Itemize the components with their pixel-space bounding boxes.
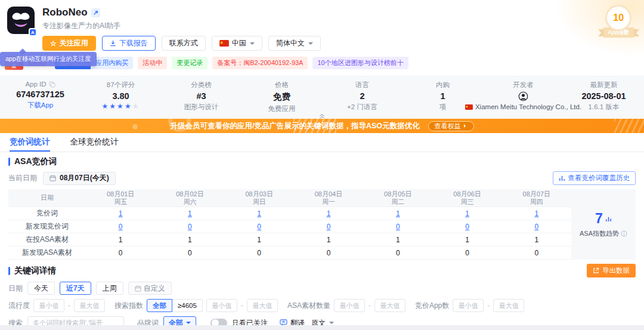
banner-stripes-decoration bbox=[614, 119, 644, 133]
asa-date-header: 08月07日周四 bbox=[502, 189, 571, 207]
developer-label: 开发者 bbox=[513, 81, 534, 90]
asa-asset-max-input[interactable] bbox=[374, 299, 405, 312]
region-select[interactable]: 中国 bbox=[212, 36, 262, 51]
china-flag-icon bbox=[219, 40, 229, 47]
asa-row-label: 新发现ASA素材 bbox=[8, 246, 86, 260]
activity-tag[interactable]: 活动中 bbox=[138, 57, 167, 69]
bid-word-count-link[interactable]: 1 bbox=[119, 209, 123, 218]
new-bid-word-link[interactable]: 0 bbox=[535, 223, 539, 231]
date-option-last7[interactable]: 近7天 bbox=[60, 282, 91, 295]
china-flag-icon bbox=[465, 104, 473, 110]
update-label: 最新更新 bbox=[590, 81, 618, 90]
new-bid-word-link[interactable]: 0 bbox=[465, 223, 469, 231]
calendar-icon bbox=[135, 285, 141, 292]
trend-chart-icon[interactable] bbox=[605, 215, 612, 222]
info-icon[interactable] bbox=[621, 230, 627, 237]
asa-material-count: 1 bbox=[432, 233, 501, 246]
date-option-today[interactable]: 今天 bbox=[27, 282, 55, 295]
asa-row-label: 在投ASA素材 bbox=[8, 233, 86, 246]
industry-heat-tooltip: app在移动互联网行业的关注度 bbox=[0, 52, 97, 66]
new-bid-word-link[interactable]: 0 bbox=[188, 223, 192, 231]
star-icon: ☆ bbox=[50, 39, 57, 48]
download-app-link[interactable]: 下载App bbox=[27, 101, 53, 110]
view-benefits-label: 查看权益 bbox=[435, 122, 461, 131]
stat-last-update: 最新更新 2025-08-01 1.6.1 版本 bbox=[564, 81, 644, 113]
app-id-value: 6746737125 bbox=[16, 90, 64, 99]
view-benefits-button[interactable]: 查看权益 bbox=[428, 121, 474, 131]
bid-word-count-link[interactable]: 1 bbox=[465, 209, 469, 218]
bid-app-max-input[interactable] bbox=[493, 299, 524, 312]
popularity-filter-label: 流行度 bbox=[8, 301, 30, 311]
date-option-custom-label: 自定义 bbox=[144, 283, 165, 294]
search-index-ge4605-option[interactable]: ≥4605 bbox=[172, 299, 203, 312]
changelog-tag[interactable]: 变更记录 bbox=[172, 57, 208, 69]
category-label: 分类榜 bbox=[191, 81, 212, 90]
search-index-all-option[interactable]: 全部 bbox=[147, 299, 172, 312]
app-header: A RoboNeo 专注影像生产力的AI助手 ☆ 关注应用 下载报告 bbox=[0, 0, 644, 51]
collapse-chevron-up-icon[interactable] bbox=[318, 113, 326, 119]
chart-rank-tag[interactable]: 10个地区进图形与设计榜前十 bbox=[312, 57, 408, 69]
contact-button[interactable]: 联系方式 bbox=[162, 36, 206, 51]
language-select[interactable]: 简体中文 bbox=[268, 36, 321, 51]
asa-table-wrap: 日期 08月01日周五 08月02日周六 08月03日周日 08月04日周一 0… bbox=[8, 189, 636, 260]
bid-word-count-link[interactable]: 1 bbox=[327, 209, 331, 218]
app-index-value: 10 bbox=[605, 5, 631, 31]
bid-word-count-link[interactable]: 1 bbox=[535, 209, 539, 218]
section-accent bbox=[8, 267, 10, 275]
date-filter-label: 日期 bbox=[8, 283, 23, 294]
tab-global-bid-stats[interactable]: 全球竞价统计 bbox=[70, 133, 119, 152]
popularity-min-input[interactable] bbox=[33, 299, 64, 312]
asa-section: ASA竞价词 当前日期 08月07日(今天) 查看竞价词覆盖历史 日期 08月0… bbox=[0, 152, 644, 260]
new-bid-word-link[interactable]: 0 bbox=[257, 223, 261, 231]
range-dash: - bbox=[68, 301, 70, 310]
stat-developer: 开发者 Xiamen Meitu Technology Co., Ltd. bbox=[483, 81, 564, 113]
current-date-picker[interactable]: 08月07日(今天) bbox=[43, 172, 116, 185]
price-label: 价格 bbox=[275, 81, 289, 90]
app-store-badge-icon: A bbox=[29, 28, 37, 36]
download-report-button[interactable]: 下载报告 bbox=[102, 36, 156, 51]
new-bid-word-link[interactable]: 0 bbox=[327, 223, 331, 231]
bid-word-count-link[interactable]: 1 bbox=[188, 209, 192, 218]
bid-word-count-link[interactable]: 1 bbox=[396, 209, 400, 218]
iap-label: 内购 bbox=[436, 81, 450, 90]
asa-corner-header: 日期 bbox=[8, 189, 86, 207]
developer-avatar-icon[interactable] bbox=[518, 91, 528, 101]
category-rank-value: #3 bbox=[196, 91, 206, 101]
bid-word-count-link[interactable]: 1 bbox=[257, 209, 261, 218]
new-bid-word-link[interactable]: 0 bbox=[119, 223, 123, 231]
date-option-custom[interactable]: 自定义 bbox=[128, 282, 172, 295]
export-icon bbox=[593, 267, 599, 274]
keywords-section-title: 关键词详情 bbox=[14, 266, 56, 276]
external-link-icon[interactable] bbox=[91, 8, 100, 17]
popularity-max-input[interactable] bbox=[74, 299, 105, 312]
new-asa-material-count: 0 bbox=[502, 246, 571, 260]
update-version: 1.6.1 版本 bbox=[589, 103, 620, 112]
new-bid-word-link[interactable]: 0 bbox=[396, 223, 400, 231]
tabs-bar: 竞价词统计 全球竞价统计 bbox=[0, 133, 644, 152]
follow-app-button[interactable]: ☆ 关注应用 bbox=[42, 36, 96, 51]
copy-icon[interactable] bbox=[49, 81, 55, 88]
new-asa-material-count: 0 bbox=[225, 246, 294, 260]
bid-word-history-button[interactable]: 查看竞价词覆盖历史 bbox=[553, 171, 636, 185]
range-dash: - bbox=[241, 301, 243, 310]
app-detail-page: A RoboNeo 专注影像生产力的AI助手 ☆ 关注应用 下载报告 bbox=[0, 0, 644, 330]
range-dash: - bbox=[369, 301, 371, 310]
bid-word-history-label: 查看竞价词覆盖历史 bbox=[568, 174, 630, 183]
date-option-lastweek[interactable]: 上周 bbox=[96, 282, 123, 295]
date-filter-row: 日期 今天 近7天 上周 自定义 bbox=[8, 282, 636, 295]
contact-label: 联系方式 bbox=[169, 38, 198, 48]
download-report-label: 下载报告 bbox=[119, 38, 148, 48]
search-index-min-input[interactable] bbox=[206, 299, 237, 312]
calendar-icon bbox=[49, 175, 56, 181]
asa-date-header: 08月06日周三 bbox=[432, 189, 501, 207]
keywords-section: 关键词详情 导出数据 日期 今天 近7天 上周 自定义 流行度 - bbox=[0, 260, 644, 330]
asa-asset-filter-label: ASA素材数量 bbox=[287, 301, 330, 311]
search-index-max-input[interactable] bbox=[247, 299, 278, 312]
update-date: 2025-08-01 bbox=[581, 91, 626, 101]
bid-app-min-input[interactable] bbox=[453, 299, 484, 312]
tab-bid-word-stats[interactable]: 竞价词统计 bbox=[10, 133, 50, 152]
asa-asset-min-input[interactable] bbox=[334, 299, 365, 312]
app-id-label: App ID bbox=[25, 81, 46, 88]
rating-label: 87个评分 bbox=[107, 81, 135, 90]
export-data-button[interactable]: 导出数据 bbox=[587, 264, 636, 277]
